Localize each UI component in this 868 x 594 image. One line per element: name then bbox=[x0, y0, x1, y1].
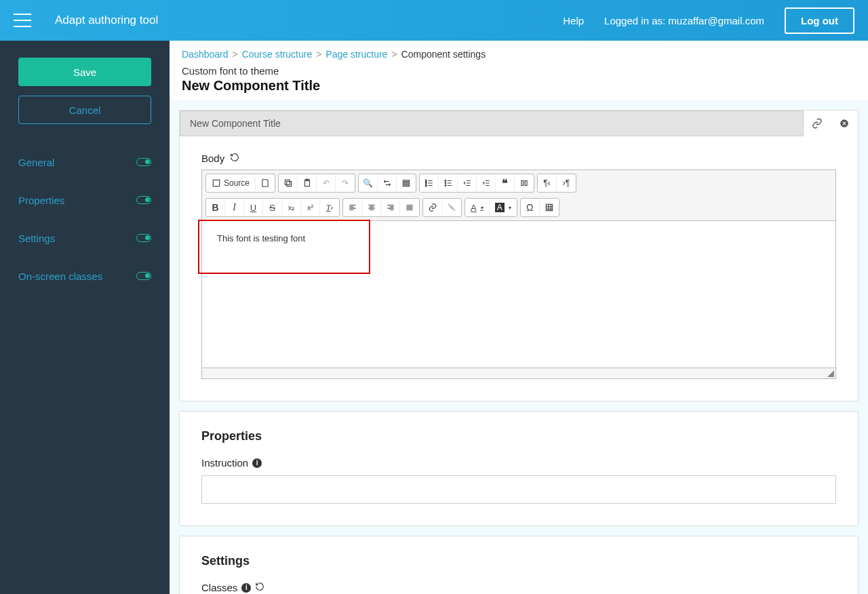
menu-icon[interactable] bbox=[14, 14, 31, 27]
italic-icon[interactable]: I bbox=[225, 199, 244, 216]
outdent-icon[interactable] bbox=[458, 174, 477, 192]
sidebar-item-label: Properties bbox=[18, 195, 64, 206]
logout-button[interactable]: Log out bbox=[785, 7, 854, 34]
blockquote-icon[interactable]: ❝ bbox=[496, 174, 515, 192]
svg-rect-1 bbox=[213, 180, 219, 186]
svg-text:3: 3 bbox=[425, 184, 427, 187]
clear-format-icon[interactable]: Tx bbox=[320, 199, 339, 216]
sidebar-item-general[interactable]: General bbox=[18, 143, 151, 181]
toggle-icon bbox=[136, 234, 151, 242]
source-button[interactable]: Source bbox=[206, 174, 256, 192]
svg-point-14 bbox=[445, 185, 446, 186]
svg-rect-7 bbox=[403, 182, 409, 184]
special-char-icon[interactable]: Ω bbox=[521, 199, 540, 216]
properties-heading: Properties bbox=[201, 412, 836, 457]
bold-icon[interactable]: B bbox=[206, 199, 225, 216]
page-subtitle: Custom font to theme bbox=[182, 65, 856, 77]
editor-body[interactable]: This font is testing font bbox=[202, 221, 835, 368]
toggle-icon bbox=[136, 158, 151, 166]
bg-color-icon[interactable]: A▾ bbox=[490, 199, 517, 216]
main: Dashboard > Course structure > Page stru… bbox=[170, 41, 868, 594]
settings-card: Settings Classes i bbox=[179, 536, 859, 594]
instruction-label: Instruction bbox=[201, 457, 248, 469]
sidebar-item-on-screen-classes[interactable]: On-screen classes bbox=[18, 257, 151, 295]
svg-rect-16 bbox=[525, 181, 527, 186]
reset-icon[interactable] bbox=[230, 153, 239, 164]
classes-label: Classes bbox=[201, 582, 237, 593]
svg-rect-17 bbox=[546, 204, 552, 210]
editor-resize-handle[interactable] bbox=[202, 368, 835, 378]
topbar: Adapt authoring tool Help Logged in as: … bbox=[0, 0, 868, 41]
svg-rect-8 bbox=[403, 185, 409, 186]
link-button-icon[interactable] bbox=[423, 199, 442, 216]
align-right-icon[interactable] bbox=[381, 199, 400, 216]
header-strip: Dashboard > Course structure > Page stru… bbox=[170, 41, 868, 100]
info-icon[interactable]: i bbox=[252, 458, 262, 468]
underline-icon[interactable]: U bbox=[244, 199, 263, 216]
breadcrumb-course-structure[interactable]: Course structure bbox=[242, 49, 312, 60]
page-title: New Component Title bbox=[182, 78, 856, 94]
sidebar: Save Cancel General Properties Settings … bbox=[0, 41, 170, 594]
undo-icon[interactable]: ↶ bbox=[317, 174, 336, 192]
strike-icon[interactable]: S bbox=[263, 199, 282, 216]
logged-in-label: Logged in as: muzaffar@gmail.com bbox=[604, 15, 764, 26]
align-justify-icon[interactable] bbox=[400, 199, 419, 216]
copy-icon[interactable] bbox=[279, 174, 298, 192]
cancel-button[interactable]: Cancel bbox=[18, 96, 151, 124]
link-icon[interactable] bbox=[804, 111, 831, 136]
superscript-icon[interactable]: x² bbox=[301, 199, 320, 216]
properties-card: Properties Instruction i bbox=[179, 411, 859, 526]
toggle-icon bbox=[136, 196, 151, 204]
reset-icon[interactable] bbox=[255, 582, 264, 593]
align-center-icon[interactable] bbox=[362, 199, 381, 216]
subscript-icon[interactable]: x₂ bbox=[282, 199, 301, 216]
indent-icon[interactable] bbox=[477, 174, 496, 192]
editor-text: This font is testing font bbox=[217, 233, 305, 243]
sidebar-item-settings[interactable]: Settings bbox=[18, 219, 151, 257]
unlink-icon[interactable] bbox=[442, 199, 461, 216]
svg-point-13 bbox=[445, 182, 446, 184]
text-color-icon[interactable]: A▾ bbox=[465, 199, 490, 216]
align-left-icon[interactable] bbox=[343, 199, 362, 216]
sidebar-item-label: Settings bbox=[18, 233, 55, 244]
info-icon[interactable]: i bbox=[241, 583, 251, 593]
app-title: Adapt authoring tool bbox=[55, 14, 158, 27]
editor-toolbar: Source ↶ ↷ 🔍 bbox=[202, 170, 835, 221]
general-card: Body Source bbox=[179, 110, 859, 401]
redo-icon[interactable]: ↷ bbox=[336, 174, 355, 192]
sidebar-item-label: On-screen classes bbox=[18, 271, 102, 282]
codeblock-icon[interactable] bbox=[515, 174, 534, 192]
svg-rect-6 bbox=[403, 180, 409, 182]
breadcrumb-current: Component settings bbox=[401, 49, 486, 60]
close-icon[interactable] bbox=[831, 111, 858, 136]
content-scroll[interactable]: Body Source bbox=[170, 100, 868, 594]
save-button[interactable]: Save bbox=[18, 58, 151, 86]
settings-heading: Settings bbox=[201, 536, 836, 582]
paste-icon[interactable] bbox=[298, 174, 317, 192]
rich-text-editor: Source ↶ ↷ 🔍 bbox=[201, 170, 836, 379]
replace-icon[interactable] bbox=[378, 174, 397, 192]
help-link[interactable]: Help bbox=[563, 15, 584, 26]
breadcrumb-page-structure[interactable]: Page structure bbox=[326, 49, 387, 60]
save-icon[interactable] bbox=[256, 174, 275, 192]
table-icon[interactable] bbox=[540, 199, 559, 216]
selectall-icon[interactable] bbox=[397, 174, 416, 192]
instruction-input[interactable] bbox=[201, 475, 836, 504]
breadcrumb: Dashboard > Course structure > Page stru… bbox=[182, 49, 856, 60]
sidebar-item-label: General bbox=[18, 157, 54, 168]
svg-rect-3 bbox=[285, 180, 290, 184]
numbered-list-icon[interactable]: 123 bbox=[420, 174, 439, 192]
rtl-icon[interactable]: ›¶ bbox=[557, 174, 576, 192]
bullet-list-icon[interactable] bbox=[439, 174, 458, 192]
breadcrumb-dashboard[interactable]: Dashboard bbox=[182, 49, 229, 60]
svg-rect-2 bbox=[286, 182, 291, 186]
ltr-icon[interactable]: ¶‹ bbox=[538, 174, 557, 192]
sidebar-item-properties[interactable]: Properties bbox=[18, 181, 151, 219]
svg-rect-15 bbox=[521, 181, 524, 186]
svg-point-12 bbox=[445, 180, 446, 182]
annotation-highlight bbox=[198, 220, 370, 274]
component-title-input[interactable] bbox=[180, 111, 804, 136]
body-label: Body bbox=[201, 153, 836, 164]
toggle-icon bbox=[136, 272, 151, 280]
search-icon[interactable]: 🔍 bbox=[359, 174, 378, 192]
